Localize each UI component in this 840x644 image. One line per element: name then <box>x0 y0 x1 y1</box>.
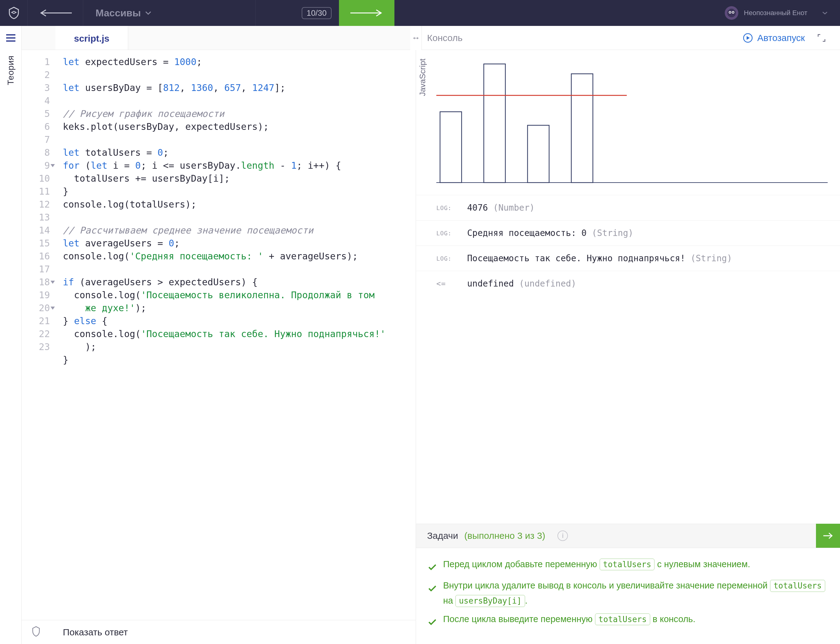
log-tag: LOG: <box>436 255 455 262</box>
task-text: Перед циклом добавьте переменную totalUs… <box>443 557 750 572</box>
resize-handle[interactable]: ↔ <box>410 26 422 50</box>
arrow-left-icon <box>39 9 72 17</box>
line-number: 23 <box>21 340 50 353</box>
log-type: (String) <box>592 228 634 238</box>
svg-point-2 <box>727 9 736 17</box>
svg-rect-15 <box>527 125 549 182</box>
task-text-mid: с нулевым значением. <box>655 559 750 569</box>
chart-area <box>416 50 840 195</box>
hint-icon[interactable] <box>31 626 41 639</box>
tab-script-js[interactable]: script.js <box>56 26 128 50</box>
line-number: 7 <box>21 133 50 146</box>
progress-badge: 10/30 <box>302 7 332 19</box>
task-text: Внутри цикла удалите вывод в консоль и у… <box>443 578 828 608</box>
tasks-next-button[interactable] <box>816 524 840 548</box>
log-tag: LOG: <box>436 230 455 237</box>
tab-label: script.js <box>74 33 110 44</box>
check-icon <box>428 560 437 575</box>
log-tag: LOG: <box>436 204 455 211</box>
menu-icon <box>5 34 16 42</box>
side-rail: Теория <box>0 26 21 644</box>
log-type: (undefined) <box>519 279 576 289</box>
log-row: LOG:Средняя посещаемость: 0 (String) <box>416 220 840 245</box>
progress-wrap: 10/30 <box>256 0 339 26</box>
code-content[interactable]: let expectedUsers = 1000; let usersByDay… <box>56 50 416 620</box>
chevron-down-icon <box>145 11 151 15</box>
logo[interactable] <box>0 0 28 26</box>
task-text-mid: в консоль. <box>650 614 696 624</box>
log-type: (Number) <box>493 203 535 213</box>
breadcrumb-label: Массивы <box>95 7 141 19</box>
console-header: Консоль Автозапуск <box>416 26 840 50</box>
play-circle-icon <box>743 33 753 43</box>
line-number: 14 <box>21 224 50 237</box>
expand-icon <box>817 34 826 42</box>
log-row: LOG:Посещаемость так себе. Нужно поднапр… <box>416 245 840 271</box>
line-number: 11 <box>21 185 50 198</box>
log-value: Средняя посещаемость: 0 <box>467 228 592 238</box>
tasks-header[interactable]: Задачи (выполнено 3 из 3) i <box>416 524 840 548</box>
console-title: Консоль <box>427 33 734 43</box>
next-button[interactable] <box>339 0 395 26</box>
line-number: 13 <box>21 211 50 224</box>
line-number: 15 <box>21 237 50 250</box>
check-icon <box>428 615 437 630</box>
svg-rect-13 <box>440 112 462 182</box>
line-number: 3 <box>21 81 50 94</box>
user-menu[interactable]: Неопознанный Енот <box>716 0 840 26</box>
line-number: 6 <box>21 120 50 133</box>
svg-rect-16 <box>571 74 593 182</box>
theory-tab[interactable]: Теория <box>6 56 16 85</box>
log-value: Посещаемость так себе. Нужно поднапрячьс… <box>467 253 691 263</box>
code-chip: totalUsers <box>595 613 650 625</box>
expand-button[interactable] <box>814 31 829 45</box>
tasks-info-icon[interactable]: i <box>557 531 568 541</box>
menu-toggle[interactable] <box>5 34 16 43</box>
svg-rect-14 <box>484 64 505 182</box>
task-item: Перед циклом добавьте переменную totalUs… <box>428 557 828 575</box>
line-number: 20 <box>21 302 50 315</box>
task-text-mid: на <box>443 596 455 605</box>
line-number: 16 <box>21 250 50 263</box>
shield-logo-icon <box>7 6 21 20</box>
raccoon-avatar-icon <box>727 8 736 18</box>
arrow-right-icon <box>350 9 384 17</box>
line-number: 4 <box>21 94 50 107</box>
chevron-down-icon <box>822 11 828 15</box>
code-editor[interactable]: 1234567891011121314151617181920212223 le… <box>21 50 416 620</box>
line-number: 8 <box>21 146 50 159</box>
avatar <box>725 6 738 20</box>
line-number: 9 <box>21 159 50 172</box>
top-bar: Массивы 10/30 Неопозна <box>0 0 840 26</box>
line-number: 10 <box>21 172 50 185</box>
task-text-pre: Перед циклом добавьте переменную <box>443 559 600 569</box>
output-panel: ↔ Консоль Автозапуск JavaScrip <box>416 26 840 644</box>
breadcrumb[interactable]: Массивы <box>83 0 256 26</box>
check-icon <box>428 581 437 596</box>
line-number: 17 <box>21 263 50 276</box>
console-logs: LOG:4076 (Number)LOG:Средняя посещаемост… <box>416 195 840 296</box>
svg-marker-11 <box>747 36 750 40</box>
prev-button[interactable] <box>28 0 83 26</box>
tasks-done: (выполнено 3 из 3) <box>464 531 545 541</box>
code-chip: totalUsers <box>600 559 655 570</box>
code-chip: totalUsers <box>770 580 825 591</box>
tasks-panel: Задачи (выполнено 3 из 3) i Перед циклом… <box>416 524 840 644</box>
show-answer-button[interactable]: Показать ответ <box>63 627 128 637</box>
editor-panel: script.js 123456789101112131415161718192… <box>21 26 416 644</box>
line-number: 19 <box>21 289 50 302</box>
code-chip: usersByDay[i] <box>455 595 525 607</box>
line-number: 12 <box>21 198 50 211</box>
log-row: LOG:4076 (Number) <box>416 195 840 220</box>
task-text-post: . <box>525 596 527 605</box>
line-number: 2 <box>21 69 50 81</box>
line-number: 22 <box>21 327 50 340</box>
line-number: 1 <box>21 56 50 69</box>
editor-footer: Показать ответ <box>21 620 416 644</box>
line-number: 5 <box>21 107 50 120</box>
autorun-toggle[interactable]: Автозапуск <box>743 33 805 43</box>
autorun-label: Автозапуск <box>757 33 805 43</box>
tasks-title: Задачи <box>427 531 458 541</box>
task-text: После цикла выведите переменную totalUse… <box>443 612 696 627</box>
editor-tabs: script.js <box>21 26 416 50</box>
